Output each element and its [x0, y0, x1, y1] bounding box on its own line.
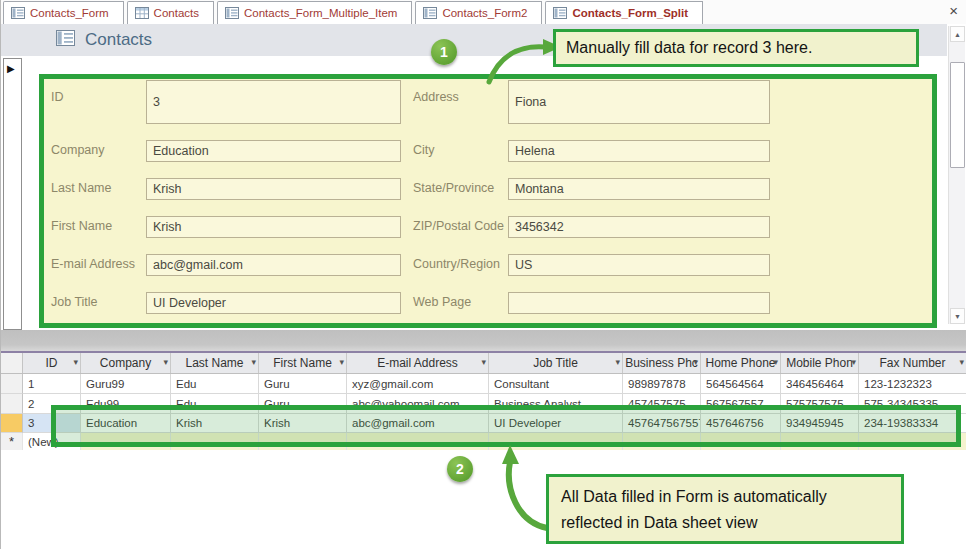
row-selector[interactable]: [1, 394, 23, 414]
new-record-selector[interactable]: *: [1, 433, 23, 450]
cell-empty[interactable]: [489, 433, 623, 450]
form-icon: [225, 7, 239, 19]
tab-contacts-form-split[interactable]: Contacts_Form_Split: [545, 1, 703, 24]
cell-mobile-phone[interactable]: 346456464: [781, 374, 859, 394]
cell-empty[interactable]: [701, 433, 781, 450]
record-selector-bar[interactable]: ▶: [3, 58, 22, 330]
column-header-company[interactable]: Company▾: [81, 353, 171, 373]
first-name-field[interactable]: [146, 216, 401, 238]
address-field[interactable]: [508, 80, 770, 124]
cell-business-phone[interactable]: 457457575: [623, 394, 701, 414]
cell-last-name[interactable]: Edu: [171, 374, 259, 394]
cell-email[interactable]: xyz@gmail.com: [347, 374, 489, 394]
email-field[interactable]: [146, 254, 401, 276]
column-header-label: E-mail Address: [377, 356, 458, 370]
cell-fax-number[interactable]: 575-34345335: [859, 394, 966, 414]
column-dropdown-icon[interactable]: ▾: [693, 357, 698, 367]
column-header-email[interactable]: E-mail Address▾: [347, 353, 489, 373]
scroll-up-icon[interactable]: ▲: [950, 26, 965, 42]
cell-business-phone[interactable]: 989897878: [623, 374, 701, 394]
city-field[interactable]: [508, 140, 770, 162]
column-header-last-name[interactable]: Last Name▾: [171, 353, 259, 373]
scroll-down-icon[interactable]: ▼: [950, 308, 965, 324]
cell-email[interactable]: abc@yahoomail.com: [347, 394, 489, 414]
cell-first-name[interactable]: Krish: [259, 414, 347, 433]
scrollbar-thumb[interactable]: [950, 62, 965, 168]
column-header-first-name[interactable]: First Name▾: [259, 353, 347, 373]
column-dropdown-icon[interactable]: ▾: [959, 357, 964, 367]
field-label-job-title: Job Title: [51, 295, 98, 309]
column-dropdown-icon[interactable]: ▾: [163, 357, 168, 367]
column-header-home-phone[interactable]: Home Phone▾: [701, 353, 781, 373]
form-title-icon: [56, 30, 75, 50]
cell-company[interactable]: Edu99: [81, 394, 171, 414]
cell-id[interactable]: 2: [23, 394, 81, 414]
cell-empty[interactable]: [259, 433, 347, 450]
cell-fax-number[interactable]: 234-19383334: [859, 414, 966, 433]
cell-new[interactable]: (New): [23, 433, 81, 450]
cell-job-title[interactable]: Consultant: [489, 374, 623, 394]
cell-empty[interactable]: [623, 433, 701, 450]
column-header-business-phone[interactable]: Business Phc▾: [623, 353, 701, 373]
cell-company[interactable]: Guru99: [81, 374, 171, 394]
cell-job-title[interactable]: Business Analyst: [489, 394, 623, 414]
column-header-mobile-phone[interactable]: Mobile Phon▾: [781, 353, 859, 373]
column-dropdown-icon[interactable]: ▾: [339, 357, 344, 367]
last-name-field[interactable]: [146, 178, 401, 200]
cell-empty[interactable]: [81, 433, 171, 450]
cell-email[interactable]: abc@gmail.com: [347, 414, 489, 433]
split-form-divider[interactable]: [1, 330, 966, 351]
cell-mobile-phone[interactable]: 934945945: [781, 414, 859, 433]
cell-home-phone[interactable]: 564564564: [701, 374, 781, 394]
cell-job-title[interactable]: UI Developer: [489, 414, 623, 433]
column-dropdown-icon[interactable]: ▾: [773, 357, 778, 367]
column-dropdown-icon[interactable]: ▾: [615, 357, 620, 367]
cell-last-name[interactable]: Edu: [171, 394, 259, 414]
company-field[interactable]: [146, 140, 401, 162]
table-row[interactable]: 2 Edu99 Edu Guru abc@yahoomail.com Busin…: [1, 394, 966, 414]
table-row[interactable]: 1 Guru99 Edu Guru xyz@gmail.com Consulta…: [1, 374, 966, 394]
cell-empty[interactable]: [781, 433, 859, 450]
cell-empty[interactable]: [347, 433, 489, 450]
tab-contacts[interactable]: Contacts: [127, 1, 214, 24]
field-label-first-name: First Name: [51, 219, 112, 233]
new-record-row[interactable]: * (New): [1, 433, 966, 450]
cell-first-name[interactable]: Guru: [259, 394, 347, 414]
column-header-fax-number[interactable]: Fax Number▾: [859, 353, 966, 373]
table-row-selected[interactable]: 3 Education Krish Krish abc@gmail.com UI…: [1, 414, 966, 433]
cell-empty[interactable]: [859, 433, 966, 450]
row-selector[interactable]: [1, 374, 23, 394]
close-icon[interactable]: ×: [949, 3, 958, 19]
cell-business-phone[interactable]: 457647567557: [623, 414, 701, 433]
column-dropdown-icon[interactable]: ▾: [73, 357, 78, 367]
id-field[interactable]: [146, 80, 401, 124]
state-field[interactable]: [508, 178, 770, 200]
column-header-job-title[interactable]: Job Title▾: [489, 353, 623, 373]
cell-mobile-phone[interactable]: 575757575: [781, 394, 859, 414]
column-dropdown-icon[interactable]: ▾: [251, 357, 256, 367]
country-field[interactable]: [508, 254, 770, 276]
cell-home-phone[interactable]: 567567557: [701, 394, 781, 414]
cell-last-name[interactable]: Krish: [171, 414, 259, 433]
cell-company[interactable]: Education: [81, 414, 171, 433]
cell-fax-number[interactable]: 123-1232323: [859, 374, 966, 394]
cell-home-phone[interactable]: 457646756: [701, 414, 781, 433]
tab-contacts-form2[interactable]: Contacts_Form2: [415, 1, 542, 24]
cell-empty[interactable]: [171, 433, 259, 450]
cell-first-name[interactable]: Guru: [259, 374, 347, 394]
cell-id[interactable]: 3: [23, 414, 81, 433]
web-page-field[interactable]: [508, 292, 770, 314]
column-dropdown-icon[interactable]: ▾: [481, 357, 486, 367]
row-selector-current[interactable]: [1, 414, 23, 433]
zip-field[interactable]: [508, 216, 770, 238]
field-label-company: Company: [51, 143, 105, 157]
job-title-field[interactable]: [146, 292, 401, 314]
column-dropdown-icon[interactable]: ▾: [851, 357, 856, 367]
cell-id[interactable]: 1: [23, 374, 81, 394]
column-header-id[interactable]: ID▾: [23, 353, 81, 373]
column-header-label: Fax Number: [879, 356, 945, 370]
tab-contacts-form[interactable]: Contacts_Form: [3, 1, 124, 24]
vertical-scrollbar[interactable]: ▲ ▼: [948, 26, 965, 324]
tab-contacts-form-multiple-item[interactable]: Contacts_Form_Multiple_Item: [217, 1, 412, 24]
callout-step-2-line2: reflected in Data sheet view: [561, 510, 889, 536]
